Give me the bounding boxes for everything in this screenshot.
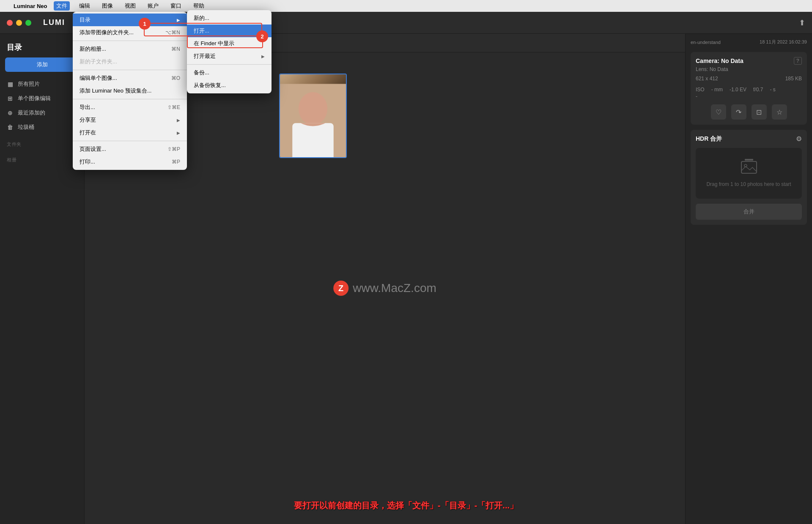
submenu-show-finder-label: 在 Finder 中显示 bbox=[194, 40, 234, 47]
submenu-item-backup[interactable]: 备份... bbox=[187, 66, 272, 79]
page-setup-shortcut: ⇧⌘P bbox=[167, 146, 180, 152]
menu-sep-3 bbox=[73, 99, 187, 99]
submenu-sep-1 bbox=[187, 64, 272, 65]
submenu-item-new[interactable]: 新的... bbox=[187, 12, 272, 25]
submenu-item-restore[interactable]: 从备份恢复... bbox=[187, 79, 272, 92]
menu-item-new-album[interactable]: 新的相册... ⌘N bbox=[73, 43, 187, 55]
menubar-edit[interactable]: 编辑 bbox=[77, 1, 93, 11]
share-label: 分享至 bbox=[80, 116, 96, 124]
menubar-help[interactable]: 帮助 bbox=[191, 1, 207, 11]
open-recent-arrow: ▶ bbox=[261, 54, 265, 59]
new-subfolder-label: 新的子文件夹... bbox=[80, 58, 117, 66]
add-presets-label: 添加 Luminar Neo 预设集合... bbox=[80, 87, 152, 95]
catalog-submenu: 新的... 打开... 在 Finder 中显示 打开最近 ▶ 备份... 从备… bbox=[187, 10, 272, 93]
menu-overlay: 目录 ▶ 添加带图像的文件夹... ⌥⌘N 新的相册... ⌘N 新的子文件夹.… bbox=[0, 12, 812, 524]
add-folder-shortcut: ⌥⌘N bbox=[165, 30, 180, 35]
new-album-shortcut: ⌘N bbox=[171, 46, 180, 52]
submenu-open-recent-label: 打开最近 bbox=[194, 52, 216, 60]
add-folder-label: 添加带图像的文件夹... bbox=[80, 29, 134, 36]
menu-item-share[interactable]: 分享至 ▶ bbox=[73, 114, 187, 126]
submenu-item-show-finder[interactable]: 在 Finder 中显示 bbox=[187, 37, 272, 50]
page-setup-label: 页面设置... bbox=[80, 145, 106, 153]
menubar-image[interactable]: 图像 bbox=[99, 1, 115, 11]
menubar-account[interactable]: 账户 bbox=[145, 1, 161, 11]
menubar: Luminar Neo 文件 编辑 图像 视图 账户 窗口 帮助 bbox=[0, 0, 812, 12]
menu-item-print[interactable]: 打印... ⌘P bbox=[73, 156, 187, 168]
share-arrow: ▶ bbox=[177, 118, 180, 123]
edit-single-shortcut: ⌘O bbox=[171, 75, 180, 81]
menu-item-open-in[interactable]: 打开在 ▶ bbox=[73, 126, 187, 139]
menubar-view[interactable]: 视图 bbox=[122, 1, 138, 11]
menu-item-export[interactable]: 导出... ⇧⌘E bbox=[73, 101, 187, 114]
menu-sep-1 bbox=[73, 41, 187, 41]
menu-sep-2 bbox=[73, 70, 187, 70]
submenu-item-open-recent[interactable]: 打开最近 ▶ bbox=[187, 50, 272, 63]
edit-single-label: 编辑单个图像... bbox=[80, 74, 117, 82]
menu-catalog-label: 目录 bbox=[80, 16, 91, 24]
file-menu: 目录 ▶ 添加带图像的文件夹... ⌥⌘N 新的相册... ⌘N 新的子文件夹.… bbox=[73, 12, 187, 170]
print-shortcut: ⌘P bbox=[172, 159, 180, 165]
menu-item-new-subfolder: 新的子文件夹... bbox=[73, 55, 187, 68]
menu-item-catalog[interactable]: 目录 ▶ bbox=[73, 14, 187, 26]
menu-item-edit-single[interactable]: 编辑单个图像... ⌘O bbox=[73, 72, 187, 85]
restore-label: 从备份恢复... bbox=[194, 82, 226, 89]
submenu-item-open[interactable]: 打开... bbox=[187, 25, 272, 37]
app-name: Luminar Neo bbox=[14, 3, 47, 9]
backup-label: 备份... bbox=[194, 69, 209, 76]
print-label: 打印... bbox=[80, 158, 95, 166]
submenu-open-label: 打开... bbox=[194, 27, 209, 35]
menu-item-add-folder[interactable]: 添加带图像的文件夹... ⌥⌘N bbox=[73, 26, 187, 39]
menubar-window[interactable]: 窗口 bbox=[168, 1, 184, 11]
open-in-arrow: ▶ bbox=[177, 131, 180, 135]
open-in-label: 打开在 bbox=[80, 129, 96, 136]
submenu-new-label: 新的... bbox=[194, 14, 209, 22]
menu-item-page-setup[interactable]: 页面设置... ⇧⌘P bbox=[73, 143, 187, 156]
export-label: 导出... bbox=[80, 104, 95, 111]
menu-catalog-arrow: ▶ bbox=[177, 18, 180, 22]
new-album-label: 新的相册... bbox=[80, 45, 106, 53]
menu-item-add-presets[interactable]: 添加 Luminar Neo 预设集合... bbox=[73, 85, 187, 97]
menu-sep-4 bbox=[73, 141, 187, 141]
export-shortcut: ⇧⌘E bbox=[167, 104, 180, 110]
menubar-file[interactable]: 文件 bbox=[54, 1, 70, 11]
